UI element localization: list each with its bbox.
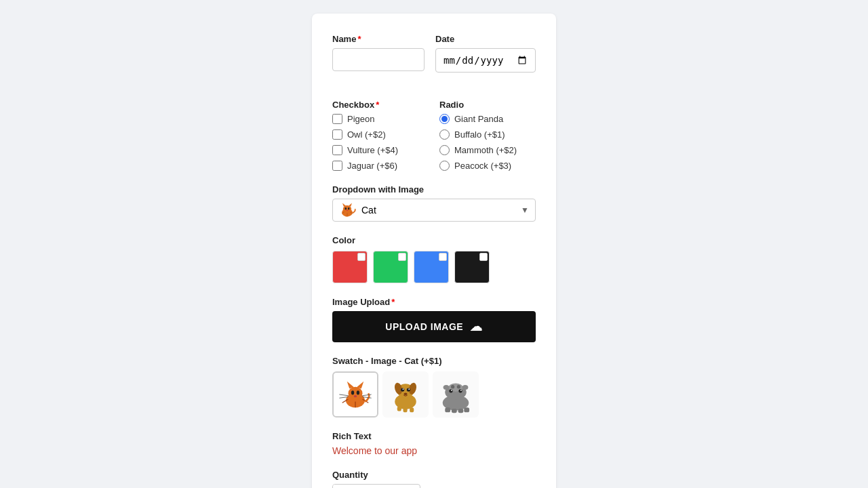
svg-point-15 xyxy=(357,390,359,394)
svg-marker-13 xyxy=(357,382,364,389)
upload-image-button[interactable]: UPLOAD IMAGE ☁ xyxy=(332,311,536,342)
svg-point-11 xyxy=(349,387,363,400)
svg-point-30 xyxy=(403,388,404,390)
svg-rect-34 xyxy=(403,407,408,412)
svg-point-28 xyxy=(401,388,404,391)
radio-giant-panda[interactable]: Giant Panda xyxy=(439,114,536,124)
swatch-image-cat[interactable] xyxy=(332,371,378,418)
checkbox-jaguar[interactable]: Jaguar (+$6) xyxy=(332,161,429,171)
radio-buffalo[interactable]: Buffalo (+$1) xyxy=(439,129,536,140)
swatch-image-hippo[interactable] xyxy=(433,371,479,418)
quantity-label: Quantity xyxy=(332,470,536,480)
dropdown-wrapper: Cat Dog Elephant ▼ xyxy=(332,199,536,222)
svg-point-45 xyxy=(443,385,450,390)
swatch-image-label: Swatch - Image - Cat (+$1) xyxy=(332,356,536,366)
date-label: Date xyxy=(435,34,536,44)
swatch-images-container xyxy=(332,371,536,418)
checkbox-jaguar-input[interactable] xyxy=(332,161,342,171)
svg-point-31 xyxy=(408,388,410,390)
checkbox-vulture-input[interactable] xyxy=(332,145,342,155)
name-label: Name* xyxy=(332,34,425,44)
checkbox-pigeon-input[interactable] xyxy=(332,114,342,124)
radio-peacock[interactable]: Peacock (+$3) xyxy=(439,161,536,171)
svg-rect-48 xyxy=(452,409,457,413)
radio-label: Radio xyxy=(439,100,536,110)
color-swatch-red[interactable] xyxy=(332,251,368,283)
svg-rect-50 xyxy=(464,407,469,412)
svg-point-42 xyxy=(458,389,462,392)
swatch-image-dog[interactable] xyxy=(382,371,429,418)
svg-point-16 xyxy=(354,395,357,397)
svg-point-41 xyxy=(449,389,452,392)
color-swatch-blue[interactable] xyxy=(414,251,449,283)
checkbox-list: Pigeon Owl (+$2) Vulture (+$4) Jaguar (+… xyxy=(332,114,429,171)
color-label: Color xyxy=(332,235,536,245)
svg-marker-12 xyxy=(347,382,355,389)
checkbox-owl-input[interactable] xyxy=(332,129,342,140)
date-input[interactable] xyxy=(435,48,536,73)
svg-rect-35 xyxy=(410,407,414,412)
svg-rect-33 xyxy=(397,407,401,411)
radio-buffalo-input[interactable] xyxy=(439,129,450,140)
name-input[interactable] xyxy=(332,48,425,71)
svg-rect-49 xyxy=(458,409,464,413)
svg-point-39 xyxy=(451,385,454,388)
checkbox-vulture[interactable]: Vulture (+$4) xyxy=(332,145,429,155)
svg-point-32 xyxy=(403,392,407,395)
svg-line-20 xyxy=(339,394,348,396)
upload-button-text: UPLOAD IMAGE xyxy=(385,321,463,332)
dropdown-label: Dropdown with Image xyxy=(332,184,536,195)
svg-point-44 xyxy=(460,390,462,391)
quantity-control: − + xyxy=(332,484,420,488)
radio-list: Giant Panda Buffalo (+$1) Mammoth (+$2) … xyxy=(439,114,536,171)
svg-point-14 xyxy=(351,390,354,394)
svg-point-40 xyxy=(457,385,460,388)
svg-point-46 xyxy=(462,385,469,390)
dropdown-select[interactable]: Cat Dog Elephant xyxy=(332,199,536,222)
checkbox-label: Checkbox* xyxy=(332,100,429,110)
color-swatches xyxy=(332,251,536,283)
radio-giant-panda-input[interactable] xyxy=(439,114,450,124)
radio-mammoth-input[interactable] xyxy=(439,145,450,155)
svg-line-22 xyxy=(363,394,372,396)
rich-text-label: Rich Text xyxy=(332,431,536,441)
image-upload-label: Image Upload* xyxy=(332,297,536,307)
color-swatch-green[interactable] xyxy=(373,251,408,283)
cloud-icon: ☁ xyxy=(470,319,483,334)
radio-peacock-input[interactable] xyxy=(439,161,450,171)
radio-mammoth[interactable]: Mammoth (+$2) xyxy=(439,145,536,155)
quantity-decrease-button[interactable]: − xyxy=(333,485,340,488)
product-form: Name* Date Checkbox* Pigeon Owl (+$2) xyxy=(312,14,556,488)
checkbox-owl[interactable]: Owl (+$2) xyxy=(332,129,429,140)
svg-point-29 xyxy=(407,388,410,391)
svg-rect-47 xyxy=(445,407,450,412)
checkbox-pigeon[interactable]: Pigeon xyxy=(332,114,429,124)
svg-point-43 xyxy=(451,390,452,391)
color-swatch-black[interactable] xyxy=(454,251,490,283)
rich-text-content: Welcome to our app xyxy=(332,445,536,456)
